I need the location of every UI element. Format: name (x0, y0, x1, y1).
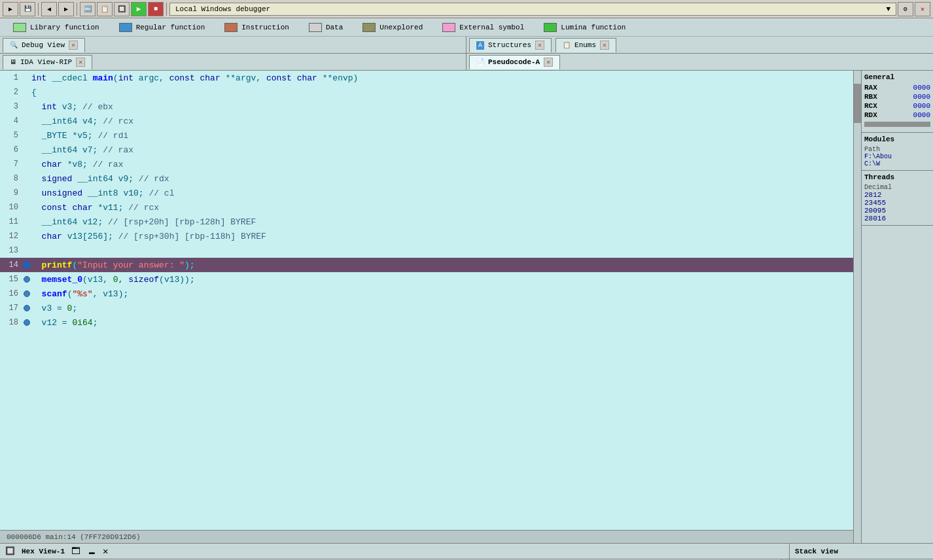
code-line-2: 2 { (0, 85, 853, 99)
tab-debug-close[interactable]: ✕ (69, 41, 78, 50)
legend-library-color (13, 23, 26, 32)
main-area: 1 int __cdecl main(int argc, const char … (0, 71, 933, 543)
tab-enums-label: Enums (574, 41, 596, 49)
toolbar-divider-1 (38, 3, 39, 16)
code-line-7: 7 char *v8; // rax (0, 157, 853, 171)
tab-struct-label: Structures (488, 41, 531, 49)
hex-header: 🔲 Hex View-1 🗔 🗕 ✕ (0, 544, 789, 559)
code-status: 000006D6 main:14 (7FF720D912D6) (0, 530, 853, 543)
code-line-13: 13 (0, 243, 853, 258)
tab-ida-view[interactable]: 🖥 IDA View-RIP ✕ (3, 55, 92, 69)
stack-title: Stack view (795, 548, 838, 555)
code-line-17: 17 v3 = 0; (0, 301, 853, 315)
code-line-5: 5 _BYTE *v5; // rdi (0, 128, 853, 143)
thread-val-1: 2812 (864, 191, 930, 199)
toolbar-btn-stop[interactable]: ■ (148, 2, 164, 16)
toolbar-btn-x[interactable]: ✕ (915, 2, 930, 16)
thread-val-4: 28016 (864, 215, 930, 222)
tab-debug-label: Debug View (22, 41, 65, 49)
toolbar-btn-1[interactable]: ▶ (3, 2, 18, 16)
hex-section: 🔲 Hex View-1 🗔 🗕 ✕ 00007FF720D912A0 C4 4… (0, 544, 789, 560)
tab-enums-close[interactable]: ✕ (600, 41, 609, 50)
modules-section: Modules Path F:\Abou C:\W (862, 133, 933, 171)
tab-pseudocode[interactable]: 📄 Pseudocode-A ✕ (469, 55, 560, 69)
modules-path-2: C:\W (864, 160, 930, 167)
legend-instruction-label: Instruction (241, 24, 289, 31)
legend-external: External symbol (442, 23, 524, 32)
code-line-18: 18 v12 = 0i64; (0, 315, 853, 330)
legend-library: Library function (13, 23, 99, 32)
right-panel: General RAX 0000 RBX 0000 RCX 0000 RDX 0… (861, 71, 933, 543)
toolbar-btn-4[interactable]: 📋 (97, 2, 113, 16)
toolbar-divider-2 (77, 3, 77, 16)
legend-unexplored-color (362, 23, 376, 32)
code-line-4: 4 __int64 v4; // rcx (0, 114, 853, 128)
tab-structures-close[interactable]: ✕ (535, 41, 544, 50)
legend-unexplored-label: Unexplored (379, 24, 423, 31)
code-content: 1 int __cdecl main(int argc, const char … (0, 71, 853, 530)
toolbar-btn-3[interactable]: 🔤 (80, 2, 96, 16)
toolbar-btn-2[interactable]: 💾 (20, 2, 35, 16)
legend-unexplored: Unexplored (362, 23, 423, 32)
legend-data-color (309, 23, 322, 32)
modules-path-1: F:\Abou (864, 153, 930, 160)
registers-section: General RAX 0000 RBX 0000 RCX 0000 RDX 0… (862, 71, 933, 133)
code-panel[interactable]: 1 int __cdecl main(int argc, const char … (0, 71, 853, 543)
bottom-area: 🔲 Hex View-1 🗔 🗕 ✕ 00007FF720D912A0 C4 4… (0, 543, 933, 560)
code-status-text: 000006D6 main:14 (7FF720D912D6) (7, 533, 141, 541)
toolbar-btn-5[interactable]: 🔲 (114, 2, 130, 16)
tab-row-2: 🖥 IDA View-RIP ✕ 📄 Pseudocode-A ✕ (0, 54, 933, 71)
toolbar-btn-settings[interactable]: ⚙ (898, 2, 913, 16)
code-line-8: 8 signed __int64 v9; // rdx (0, 171, 853, 186)
debugger-select[interactable]: Local Windows debugger ▼ (169, 3, 896, 16)
code-line-16: 16 scanf("%s", v13); (0, 287, 853, 301)
code-line-6: 6 __int64 v7; // rax (0, 143, 853, 157)
tab-ida-close[interactable]: ✕ (76, 58, 85, 67)
debugger-label: Local Windows debugger (175, 5, 270, 13)
legend-bar: Library function Regular function Instru… (0, 18, 933, 37)
reg-rax: RAX 0000 (864, 84, 930, 92)
hex-panel-icon: 🔲 (5, 546, 15, 556)
tab-pseudo-label: Pseudocode-A (488, 58, 540, 66)
tab-pseudo-close[interactable]: ✕ (544, 58, 553, 67)
tab-debug-icon: 🔍 (10, 41, 18, 49)
tab-row-1-right: A Structures ✕ 📋 Enums ✕ (467, 37, 933, 53)
tab-row-1-left: 🔍 Debug View ✕ (0, 37, 467, 53)
code-scrollbar-thumb[interactable] (854, 84, 861, 123)
reg-scrollbar[interactable] (864, 122, 930, 127)
tab-structures[interactable]: A Structures ✕ (469, 38, 552, 52)
stack-panel: Stack view 0000005266AFFB30 0 0000005266… (789, 544, 933, 560)
reg-rbx: RBX 0000 (864, 93, 930, 101)
tab-enums[interactable]: 📋 Enums ✕ (555, 38, 616, 52)
legend-lumina-label: Lumina function (561, 24, 625, 31)
modules-title: Modules (864, 135, 930, 143)
toolbar-btn-back[interactable]: ◀ (41, 2, 57, 16)
toolbar-btn-run[interactable]: ▶ (131, 2, 147, 16)
toolbar-divider-3 (166, 3, 167, 16)
legend-data: Data (309, 23, 343, 32)
tab-ida-icon: 🖥 (10, 58, 16, 66)
legend-regular-color (119, 23, 132, 32)
code-line-15: 15 memset_0(v13, 0, sizeof(v13)); (0, 272, 853, 287)
hex-minimize[interactable]: 🗕 (87, 546, 96, 557)
hex-close[interactable]: ✕ (103, 546, 108, 557)
modules-path-label: Path (864, 146, 930, 153)
legend-lumina: Lumina function (544, 23, 625, 32)
registers-title: General (864, 73, 930, 81)
legend-instruction-color (224, 23, 238, 32)
tab-ida-label: IDA View-RIP (20, 58, 72, 66)
code-line-12: 12 char v13[256]; // [rsp+30h] [rbp-118h… (0, 229, 853, 243)
reg-rdx: RDX 0000 (864, 111, 930, 119)
code-line-1: 1 int __cdecl main(int argc, const char … (0, 71, 853, 85)
thread-val-3: 20095 (864, 207, 930, 215)
tab-debug-view[interactable]: 🔍 Debug View ✕ (3, 38, 85, 52)
tab-row-2-left: 🖥 IDA View-RIP ✕ (0, 54, 467, 70)
hex-title: Hex View-1 (22, 548, 65, 555)
tab-struct-icon: A (476, 41, 484, 50)
threads-decimal-label: Decimal (864, 184, 930, 191)
hex-restore[interactable]: 🗔 (71, 546, 80, 557)
legend-external-color (442, 23, 455, 32)
code-scrollbar[interactable] (853, 71, 861, 543)
code-line-3: 3 int v3; // ebx (0, 99, 853, 114)
toolbar-btn-fwd[interactable]: ▶ (58, 2, 74, 16)
